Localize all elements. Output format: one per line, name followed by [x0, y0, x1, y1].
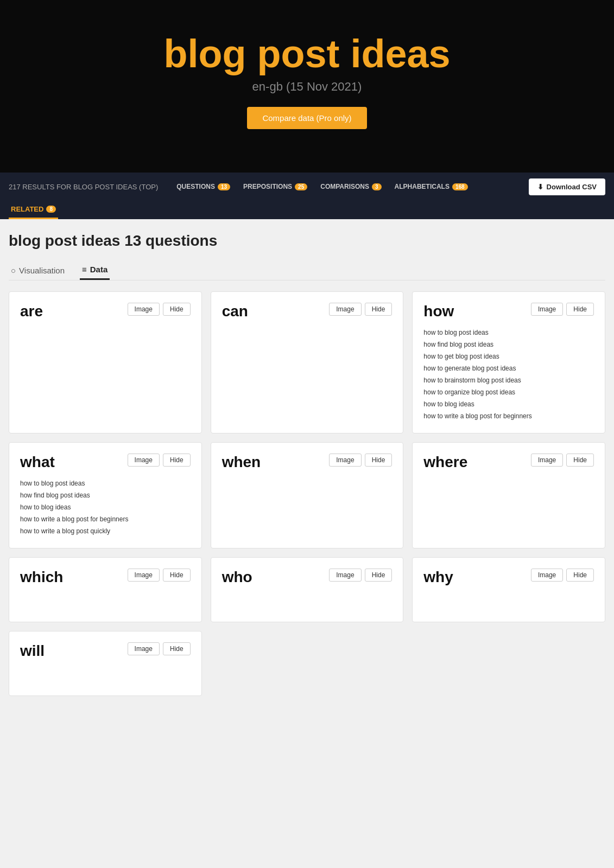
image-button[interactable]: Image — [128, 569, 160, 582]
card-when: whenImageHide — [211, 442, 404, 548]
card-keyword: can — [222, 303, 248, 320]
hide-button[interactable]: Hide — [566, 569, 594, 582]
content-area: blog post ideas 13 questions ○ Visualisa… — [0, 219, 614, 709]
card-header: whyImageHide — [423, 569, 594, 586]
list-item: how find blog post ideas — [423, 339, 594, 350]
card-keyword: which — [20, 569, 63, 586]
card-actions: ImageHide — [128, 569, 191, 582]
list-item: how to blog ideas — [423, 398, 594, 410]
download-csv-button[interactable]: ⬇ Download CSV — [529, 178, 605, 195]
card-are: areImageHide — [9, 291, 202, 433]
list-item: how to blog post ideas — [20, 477, 191, 489]
card-header: willImageHide — [20, 642, 191, 660]
card-keyword: why — [423, 569, 453, 586]
card-actions: ImageHide — [329, 303, 392, 316]
card-header: howImageHide — [423, 303, 594, 320]
tab-visualisation[interactable]: ○ Visualisation — [9, 260, 67, 280]
image-button[interactable]: Image — [531, 569, 563, 582]
card-header: whoImageHide — [222, 569, 393, 586]
card-header: whenImageHide — [222, 454, 393, 471]
card-header: canImageHide — [222, 303, 393, 320]
card-keyword: are — [20, 303, 43, 320]
list-item: how to generate blog post ideas — [423, 362, 594, 374]
image-button[interactable]: Image — [128, 454, 160, 467]
list-item: how to blog ideas — [20, 501, 191, 513]
navbar-tabs: QUESTIONS 13 PREPOSITIONS 25 COMPARISONS… — [171, 180, 528, 194]
hide-button[interactable]: Hide — [566, 454, 594, 467]
card-keyword: when — [222, 454, 261, 471]
image-button[interactable]: Image — [531, 454, 563, 467]
list-item: how to write a blog post for beginners — [20, 513, 191, 525]
image-button[interactable]: Image — [128, 642, 160, 655]
card-who: whoImageHide — [211, 557, 404, 622]
card-actions: ImageHide — [531, 454, 594, 467]
tab-alphabeticals[interactable]: ALPHABETICALS 168 — [389, 180, 473, 194]
card-header: areImageHide — [20, 303, 191, 320]
card-actions: ImageHide — [128, 454, 191, 467]
list-item: how to write a blog post quickly — [20, 525, 191, 537]
navbar: 217 RESULTS FOR BLOG POST IDEAS (TOP) QU… — [0, 173, 614, 201]
visualisation-icon: ○ — [11, 266, 16, 275]
hide-button[interactable]: Hide — [163, 303, 191, 316]
hide-button[interactable]: Hide — [365, 454, 393, 467]
data-icon: ≡ — [82, 265, 87, 274]
card-where: whereImageHide — [412, 442, 605, 548]
section-title: blog post ideas 13 questions — [9, 232, 605, 250]
card-actions: ImageHide — [329, 569, 392, 582]
card-can: canImageHide — [211, 291, 404, 433]
hide-button[interactable]: Hide — [163, 642, 191, 655]
image-button[interactable]: Image — [329, 569, 361, 582]
cards-grid: areImageHidecanImageHidehowImageHidehow … — [9, 291, 605, 696]
tab-data[interactable]: ≡ Data — [80, 260, 110, 280]
list-item: how to blog post ideas — [423, 327, 594, 339]
list-item: how to organize blog post ideas — [423, 386, 594, 398]
image-button[interactable]: Image — [329, 454, 361, 467]
list-item: how find blog post ideas — [20, 489, 191, 501]
hide-button[interactable]: Hide — [163, 454, 191, 467]
hero-section: blog post ideas en-gb (15 Nov 2021) Comp… — [0, 0, 614, 173]
card-what: whatImageHidehow to blog post ideashow f… — [9, 442, 202, 548]
image-button[interactable]: Image — [531, 303, 563, 316]
image-button[interactable]: Image — [128, 303, 160, 316]
hero-title: blog post ideas — [11, 33, 603, 75]
card-which: whichImageHide — [9, 557, 202, 622]
card-keyword: will — [20, 642, 45, 660]
card-keyword: who — [222, 569, 252, 586]
card-actions: ImageHide — [329, 454, 392, 467]
card-will: willImageHide — [9, 631, 202, 696]
compare-button[interactable]: Compare data (Pro only) — [247, 107, 366, 129]
card-keyword: what — [20, 454, 55, 471]
download-icon: ⬇ — [537, 183, 543, 191]
card-actions: ImageHide — [531, 303, 594, 316]
list-item: how to brainstorm blog post ideas — [423, 374, 594, 386]
card-keyword: where — [423, 454, 467, 471]
card-keyword: how — [423, 303, 454, 320]
card-header: whichImageHide — [20, 569, 191, 586]
tab-questions[interactable]: QUESTIONS 13 — [171, 180, 236, 194]
list-item: how to get blog post ideas — [423, 350, 594, 362]
card-why: whyImageHide — [412, 557, 605, 622]
card-actions: ImageHide — [128, 642, 191, 655]
related-row: RELATED 8 — [0, 201, 614, 219]
card-header: whatImageHide — [20, 454, 191, 471]
card-item-list: how to blog post ideashow find blog post… — [20, 477, 191, 537]
list-item: how to write a blog post for beginners — [423, 410, 594, 422]
related-tab[interactable]: RELATED 8 — [9, 201, 58, 219]
card-actions: ImageHide — [531, 569, 594, 582]
card-how: howImageHidehow to blog post ideashow fi… — [412, 291, 605, 433]
image-button[interactable]: Image — [329, 303, 361, 316]
hide-button[interactable]: Hide — [365, 303, 393, 316]
hide-button[interactable]: Hide — [566, 303, 594, 316]
view-tabs: ○ Visualisation ≡ Data — [9, 260, 605, 280]
card-header: whereImageHide — [423, 454, 594, 471]
hide-button[interactable]: Hide — [365, 569, 393, 582]
card-actions: ImageHide — [128, 303, 191, 316]
hide-button[interactable]: Hide — [163, 569, 191, 582]
tab-comparisons[interactable]: COMPARISONS 3 — [315, 180, 387, 194]
tab-prepositions[interactable]: PREPOSITIONS 25 — [238, 180, 313, 194]
results-count: 217 RESULTS FOR BLOG POST IDEAS (TOP) — [9, 183, 158, 191]
card-item-list: how to blog post ideashow find blog post… — [423, 327, 594, 422]
hero-subtitle: en-gb (15 Nov 2021) — [11, 80, 603, 94]
